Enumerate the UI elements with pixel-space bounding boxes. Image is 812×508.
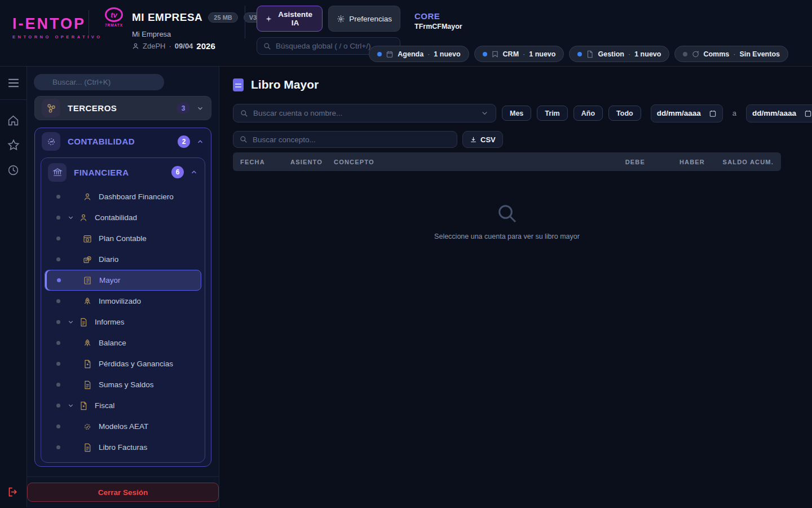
empty-state: Seleccione una cuenta para ver su libro … bbox=[233, 202, 781, 240]
rail-divider bbox=[0, 99, 27, 100]
bullet-dot bbox=[56, 341, 60, 345]
column-header-haber: HABER bbox=[645, 159, 705, 165]
sidebar-item-dashboard-financiero[interactable]: Dashboard Financiero bbox=[45, 186, 201, 207]
terceros-network-icon bbox=[42, 99, 60, 117]
financiera-badge: 6 bbox=[171, 166, 184, 178]
company-subtitle: Mi Empresa bbox=[132, 30, 266, 38]
chevron-up-icon bbox=[190, 168, 198, 176]
sidebar: Buscar... (Ctrl+K) TERCEROS 3 CONTABIL bbox=[27, 67, 219, 507]
date-to-input[interactable]: dd/mm/aaaa bbox=[746, 104, 812, 122]
pill-gestion[interactable]: Gestion · 1 nuevo bbox=[569, 46, 669, 62]
bullet-dot bbox=[56, 216, 60, 220]
bullet-dot bbox=[56, 424, 60, 428]
rocket-icon bbox=[83, 297, 92, 306]
person-chart-icon bbox=[83, 192, 92, 202]
app-header: I-ENTOP ENTORNO OPERATIVO tv 7RMATX MI E… bbox=[0, 0, 812, 67]
logout-icon[interactable] bbox=[0, 476, 27, 507]
brand-emblem: tv 7RMATX bbox=[102, 7, 126, 27]
icon-rail bbox=[0, 67, 27, 507]
username: ZdePH bbox=[143, 42, 165, 50]
bullet-dot bbox=[56, 299, 60, 303]
period-mes-button[interactable]: Mes bbox=[502, 106, 531, 121]
calendar-icon[interactable] bbox=[709, 110, 717, 117]
ledger-table-header: FECHA ASIENTO CONCEPTO DEBE HABER SALDO … bbox=[233, 152, 781, 171]
chevron-up-icon bbox=[196, 138, 204, 146]
home-icon[interactable] bbox=[0, 108, 27, 133]
sidebar-item-perdidas-ganancias[interactable]: Pérdidas y Ganancias bbox=[45, 353, 201, 374]
sidebar-section-terceros[interactable]: TERCEROS 3 bbox=[34, 96, 211, 120]
concept-search-input[interactable]: Buscar concepto... bbox=[233, 131, 457, 148]
page-title: Libro Mayor bbox=[251, 78, 319, 91]
ai-assistant-button[interactable]: Asistente IA bbox=[257, 6, 323, 32]
preferences-button[interactable]: Preferencias bbox=[328, 6, 400, 32]
event-pills: Agenda · 1 nuevo CRM · 1 nuevo Gestion ·… bbox=[369, 46, 788, 62]
sidebar-item-contabilidad[interactable]: Contabilidad bbox=[45, 207, 201, 228]
bookmark-icon bbox=[491, 50, 499, 58]
report-doc-icon bbox=[79, 318, 88, 327]
bullet-dot bbox=[56, 195, 60, 199]
sidebar-item-libro-facturas[interactable]: Libro Facturas bbox=[45, 437, 201, 458]
status-dot bbox=[577, 52, 582, 56]
column-header-asiento: ASIENTO bbox=[290, 159, 334, 165]
menu-toggle-button[interactable] bbox=[0, 67, 27, 99]
bullet-dot bbox=[56, 445, 60, 449]
core-form-name: TFrmCFMayor bbox=[414, 23, 462, 30]
chevron-down-icon bbox=[67, 214, 76, 221]
sidebar-item-inmovilizado[interactable]: Inmovilizado bbox=[45, 291, 201, 312]
document-icon bbox=[586, 50, 594, 58]
bank-icon bbox=[48, 163, 67, 182]
sidebar-section-financiera[interactable]: FINANCIERA 6 bbox=[41, 158, 205, 186]
status-dot bbox=[377, 52, 382, 56]
pill-comms[interactable]: Comms · Sin Eventos bbox=[674, 46, 788, 62]
company-name: MI EMPRESA bbox=[132, 11, 202, 24]
date-from-input[interactable]: dd/mm/aaaa bbox=[651, 104, 723, 122]
logout-button[interactable]: Cerrar Sesión bbox=[27, 483, 219, 502]
gear-icon bbox=[337, 15, 345, 23]
bullet-dot bbox=[56, 257, 60, 261]
search-large-icon bbox=[496, 202, 518, 225]
column-header-saldo-acum: SALDO ACUM. bbox=[705, 159, 774, 165]
sidebar-footer: Cerrar Sesión bbox=[27, 476, 219, 507]
sidebar-item-modelos-aeat[interactable]: Modelos AEAT bbox=[45, 416, 201, 437]
chevron-down-icon bbox=[67, 402, 76, 409]
search-icon bbox=[263, 42, 271, 50]
bullet-dot bbox=[56, 404, 60, 408]
sidebar-item-balance[interactable]: Balance bbox=[45, 332, 201, 353]
period-todo-button[interactable]: Todo bbox=[608, 106, 641, 121]
stamp-gear-icon bbox=[83, 422, 92, 431]
header-divider-2 bbox=[245, 6, 245, 38]
doc-plus-icon bbox=[83, 360, 92, 369]
bullet-dot bbox=[57, 278, 61, 282]
sidebar-item-plan-contable[interactable]: Plan Contable bbox=[45, 228, 201, 249]
pill-crm[interactable]: CRM · 1 nuevo bbox=[474, 46, 564, 62]
session-year: 2026 bbox=[196, 41, 215, 51]
status-dot bbox=[483, 52, 487, 56]
sidebar-item-fiscal[interactable]: Fiscal bbox=[45, 395, 201, 416]
core-label: CORE bbox=[414, 11, 462, 21]
column-header-fecha: FECHA bbox=[240, 159, 290, 165]
calendar-icon[interactable] bbox=[804, 110, 812, 117]
chevron-down-icon bbox=[67, 318, 76, 326]
history-clock-icon[interactable] bbox=[0, 157, 27, 182]
period-trim-button[interactable]: Trim bbox=[537, 106, 567, 121]
status-dot bbox=[683, 52, 687, 56]
date-range-separator: a bbox=[732, 109, 736, 117]
download-icon bbox=[470, 136, 477, 143]
sidebar-item-informes[interactable]: Informes bbox=[45, 312, 201, 332]
sidebar-section-contabilidad-card: CONTABILIDAD 2 FINANCIERA 6 bbox=[34, 128, 211, 467]
sidebar-item-mayor[interactable]: Mayor bbox=[45, 270, 201, 291]
account-search-select[interactable]: Buscar cuenta o nombre... bbox=[233, 104, 496, 122]
sidebar-search-input[interactable]: Buscar... (Ctrl+K) bbox=[34, 74, 164, 90]
sidebar-item-diario[interactable]: Diario bbox=[45, 249, 201, 270]
favorites-star-icon[interactable] bbox=[0, 133, 27, 157]
sidebar-item-sumas-saldos[interactable]: Sumas y Saldos bbox=[45, 374, 201, 395]
doc-plus-icon bbox=[79, 401, 88, 410]
pill-agenda[interactable]: Agenda · 1 nuevo bbox=[369, 46, 469, 62]
coin-calendar-icon bbox=[83, 234, 92, 243]
sidebar-section-contabilidad[interactable]: CONTABILIDAD 2 bbox=[35, 128, 211, 155]
search-icon bbox=[240, 135, 248, 143]
chevron-down-icon bbox=[196, 104, 204, 112]
export-csv-button[interactable]: CSV bbox=[462, 131, 503, 148]
sidebar-scroll-area[interactable]: TERCEROS 3 CONTABILIDAD 2 bbox=[27, 96, 219, 476]
period-ano-button[interactable]: Año bbox=[573, 106, 603, 121]
